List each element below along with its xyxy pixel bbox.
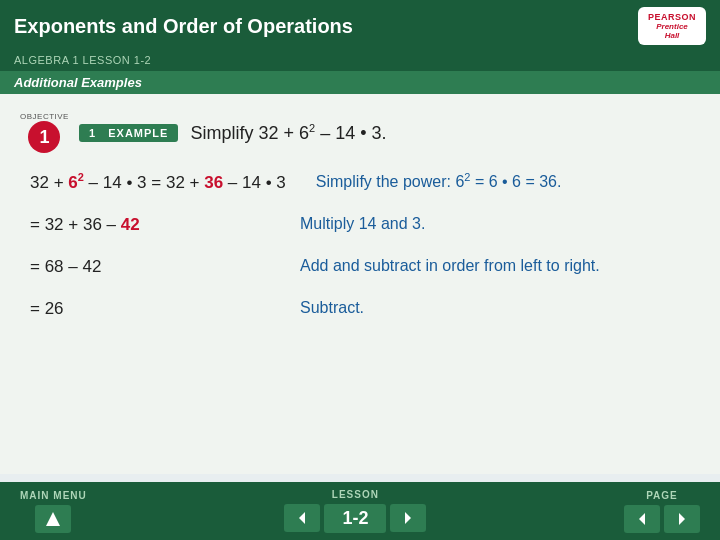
objective-label: OBJECTIVE xyxy=(20,112,69,121)
step-3-math: = 68 – 42 xyxy=(30,257,270,277)
svg-marker-0 xyxy=(46,512,60,526)
objective-badge: OBJECTIVE 1 xyxy=(20,112,69,153)
additional-examples-bar: Additional Examples xyxy=(0,71,720,94)
step-2-explanation: Multiply 14 and 3. xyxy=(300,215,425,233)
step-3: = 68 – 42 Add and subtract in order from… xyxy=(30,257,700,277)
main-menu-label: MAIN MENU xyxy=(20,490,87,501)
prentice-label: Prentice xyxy=(656,22,688,31)
step-4-math: = 26 xyxy=(30,299,270,319)
hall-label: Hall xyxy=(665,31,680,40)
step-1-explanation: Simplify the power: 62 = 6 • 6 = 36. xyxy=(316,171,562,191)
step-1: 32 + 62 – 14 • 3 = 32 + 36 – 14 • 3 Simp… xyxy=(30,171,700,193)
problem-statement: Simplify 32 + 62 – 14 • 3. xyxy=(190,122,386,144)
svg-marker-2 xyxy=(405,512,411,524)
step-2-math: = 32 + 36 – 42 xyxy=(30,215,270,235)
page-nav-row xyxy=(624,505,700,533)
pearson-logo: PEARSON Prentice Hall xyxy=(638,7,706,45)
additional-examples-label: Additional Examples xyxy=(14,75,142,90)
lesson-label: LESSON xyxy=(332,489,379,500)
lesson-next-button[interactable] xyxy=(390,504,426,532)
objective-number: 1 xyxy=(28,121,60,153)
step-2: = 32 + 36 – 42 Multiply 14 and 3. xyxy=(30,215,700,235)
steps-container: 32 + 62 – 14 • 3 = 32 + 36 – 14 • 3 Simp… xyxy=(20,171,700,319)
objective-row: OBJECTIVE 1 1 EXAMPLE Simplify 32 + 62 –… xyxy=(20,112,700,153)
subtitle-bar: ALGEBRA 1 LESSON 1-2 xyxy=(0,52,720,71)
footer: MAIN MENU LESSON 1-2 PAGE xyxy=(0,482,720,540)
step-1-math: 32 + 62 – 14 • 3 = 32 + 36 – 14 • 3 xyxy=(30,171,286,193)
subtitle-text: ALGEBRA 1 LESSON 1-2 xyxy=(14,54,151,66)
step-4: = 26 Subtract. xyxy=(30,299,700,319)
step-3-explanation: Add and subtract in order from left to r… xyxy=(300,257,600,275)
page-number-badge: 1-2 xyxy=(324,504,386,533)
example-badge: 1 EXAMPLE xyxy=(79,124,178,142)
main-content: OBJECTIVE 1 1 EXAMPLE Simplify 32 + 62 –… xyxy=(0,94,720,474)
page-prev-button[interactable] xyxy=(624,505,660,533)
page-next-button[interactable] xyxy=(664,505,700,533)
main-menu-button[interactable]: MAIN MENU xyxy=(20,490,87,533)
page-section: PAGE xyxy=(624,490,700,533)
lesson-prev-button[interactable] xyxy=(284,504,320,532)
main-menu-arrow[interactable] xyxy=(35,505,71,533)
page-label: PAGE xyxy=(646,490,678,501)
svg-marker-3 xyxy=(639,513,645,525)
pearson-label: PEARSON xyxy=(648,12,696,22)
svg-marker-1 xyxy=(299,512,305,524)
svg-marker-4 xyxy=(679,513,685,525)
lesson-section: LESSON 1-2 xyxy=(284,489,426,533)
header: Exponents and Order of Operations PEARSO… xyxy=(0,0,720,52)
page-title: Exponents and Order of Operations xyxy=(14,15,353,38)
lesson-nav-row: 1-2 xyxy=(284,504,426,533)
example-badge-label: EXAMPLE xyxy=(108,127,168,139)
example-number: 1 xyxy=(89,127,96,139)
step-4-explanation: Subtract. xyxy=(300,299,364,317)
